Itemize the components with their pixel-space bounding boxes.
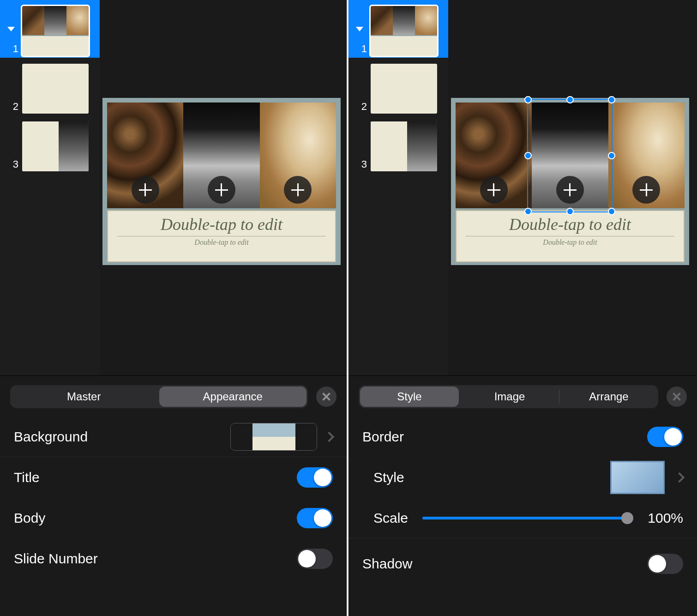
slide-number-3: 3 bbox=[4, 158, 22, 173]
scale-label: Scale bbox=[362, 510, 413, 526]
slide-thumb-2[interactable]: 2 bbox=[0, 58, 100, 115]
format-panel: Master Appearance Background Title Body … bbox=[0, 375, 347, 616]
subtitle-placeholder[interactable]: Double-tap to edit bbox=[466, 238, 674, 247]
shadow-label: Shadow bbox=[362, 556, 647, 572]
tab-arrange[interactable]: Arrange bbox=[559, 385, 658, 408]
thumb-preview-1 bbox=[371, 6, 437, 56]
row-title: Title bbox=[0, 457, 347, 498]
chevron-right-icon bbox=[674, 472, 685, 483]
disclosure-icon[interactable] bbox=[356, 27, 363, 31]
tab-image[interactable]: Image bbox=[460, 385, 559, 408]
add-photo-icon[interactable] bbox=[556, 176, 584, 204]
border-style-swatch[interactable] bbox=[610, 461, 665, 494]
slide-number-1: 1 bbox=[4, 43, 22, 58]
disclosure-icon[interactable] bbox=[7, 27, 15, 31]
row-border: Border bbox=[348, 417, 697, 457]
slide-number-1: 1 bbox=[352, 43, 371, 58]
slide-thumb-3[interactable]: 3 bbox=[0, 115, 100, 173]
row-shadow: Shadow bbox=[348, 538, 697, 589]
slide-thumb-3[interactable]: 3 bbox=[348, 115, 448, 173]
add-photo-icon[interactable] bbox=[632, 176, 660, 204]
left-screenshot: 1 2 3 bbox=[0, 0, 348, 616]
text-area[interactable]: Double-tap to edit Double-tap to edit bbox=[456, 210, 685, 262]
photo-row bbox=[456, 103, 685, 208]
thumb-preview-3 bbox=[22, 121, 89, 171]
subtitle-placeholder[interactable]: Double-tap to edit bbox=[117, 238, 326, 247]
title-label: Title bbox=[14, 470, 297, 485]
chevron-right-icon bbox=[324, 431, 335, 442]
scale-value: 100% bbox=[637, 510, 683, 526]
border-toggle[interactable] bbox=[647, 427, 683, 447]
slide-number-2: 2 bbox=[352, 101, 371, 115]
slide-main[interactable]: Double-tap to edit Double-tap to edit bbox=[102, 98, 341, 265]
thumb-preview-1 bbox=[22, 6, 89, 56]
thumb-preview-3 bbox=[371, 121, 437, 171]
slide-navigator[interactable]: 1 2 3 bbox=[0, 0, 100, 375]
photo-placeholder-3[interactable] bbox=[260, 103, 336, 208]
segmented-tabs: Master Appearance bbox=[10, 385, 308, 408]
border-label: Border bbox=[362, 429, 647, 445]
segmented-tabs: Style Image Arrange bbox=[359, 385, 658, 408]
slide-thumb-1[interactable]: 1 bbox=[0, 0, 100, 58]
body-toggle[interactable] bbox=[297, 508, 333, 528]
slide-number-toggle[interactable] bbox=[297, 549, 333, 569]
add-photo-icon[interactable] bbox=[284, 176, 312, 204]
row-body: Body bbox=[0, 498, 347, 538]
close-icon[interactable] bbox=[316, 387, 336, 407]
title-placeholder[interactable]: Double-tap to edit bbox=[466, 215, 674, 236]
title-toggle[interactable] bbox=[297, 467, 333, 488]
slider-thumb[interactable] bbox=[621, 512, 633, 524]
slide-main[interactable]: Double-tap to edit Double-tap to edit bbox=[451, 98, 689, 265]
add-photo-icon[interactable] bbox=[480, 176, 508, 204]
slide-number-label: Slide Number bbox=[14, 551, 297, 567]
photo-row bbox=[107, 103, 336, 208]
slide-number-3: 3 bbox=[352, 158, 371, 173]
row-slide-number: Slide Number bbox=[0, 538, 347, 579]
photo-placeholder-1[interactable] bbox=[456, 103, 532, 208]
slide-navigator[interactable]: 1 2 3 bbox=[348, 0, 448, 375]
photo-placeholder-3[interactable] bbox=[608, 103, 685, 208]
row-scale: Scale 100% bbox=[348, 498, 697, 538]
tab-style[interactable]: Style bbox=[360, 387, 459, 407]
format-panel: Style Image Arrange Border Style Scale 1… bbox=[348, 375, 697, 616]
slide-editor: 1 2 3 bbox=[348, 0, 697, 375]
background-label: Background bbox=[14, 429, 230, 445]
add-photo-icon[interactable] bbox=[132, 176, 159, 204]
photo-placeholder-1[interactable] bbox=[107, 103, 183, 208]
tab-master[interactable]: Master bbox=[10, 385, 158, 408]
slide-editor: 1 2 3 bbox=[0, 0, 347, 375]
close-icon[interactable] bbox=[667, 387, 687, 407]
body-label: Body bbox=[14, 510, 297, 526]
add-photo-icon[interactable] bbox=[208, 176, 235, 204]
row-style[interactable]: Style bbox=[348, 457, 697, 498]
slide-canvas[interactable]: Double-tap to edit Double-tap to edit bbox=[448, 0, 697, 375]
right-screenshot: 1 2 3 bbox=[348, 0, 697, 616]
thumb-preview-2 bbox=[22, 64, 89, 114]
photo-placeholder-2[interactable] bbox=[532, 103, 608, 208]
scale-slider[interactable] bbox=[422, 517, 628, 519]
thumb-preview-2 bbox=[371, 64, 437, 114]
title-placeholder[interactable]: Double-tap to edit bbox=[117, 215, 326, 236]
photo-placeholder-2[interactable] bbox=[183, 103, 259, 208]
slide-canvas[interactable]: Double-tap to edit Double-tap to edit bbox=[100, 0, 347, 375]
shadow-toggle[interactable] bbox=[647, 554, 683, 574]
slide-number-2: 2 bbox=[4, 101, 22, 115]
style-label: Style bbox=[362, 470, 610, 485]
text-area[interactable]: Double-tap to edit Double-tap to edit bbox=[107, 210, 336, 262]
background-swatch[interactable] bbox=[230, 423, 317, 451]
row-background[interactable]: Background bbox=[0, 417, 347, 457]
tab-appearance[interactable]: Appearance bbox=[159, 387, 307, 407]
slide-thumb-1[interactable]: 1 bbox=[348, 0, 448, 58]
slide-thumb-2[interactable]: 2 bbox=[348, 58, 448, 115]
